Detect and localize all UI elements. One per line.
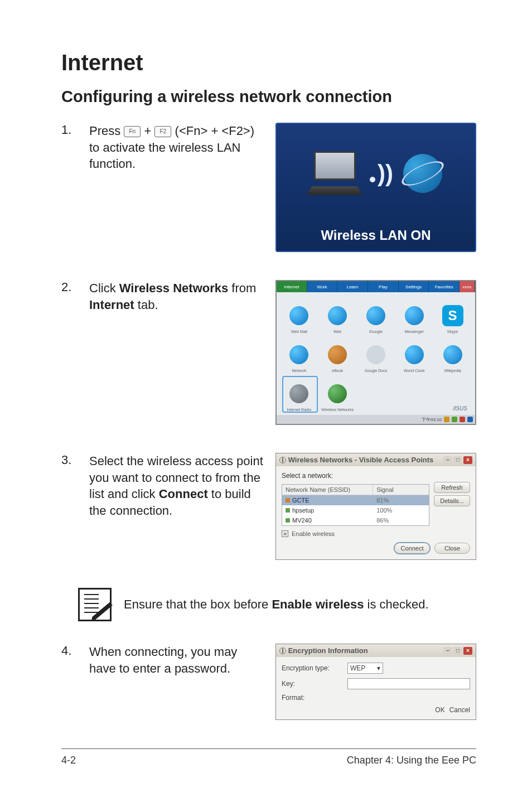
connect-button[interactable]: Connect xyxy=(394,543,430,554)
chevron-down-icon: ▾ xyxy=(377,664,380,672)
status-time: 下午03:10 xyxy=(422,417,442,423)
tab-bar: Internet Work Learn Play Settings Favori… xyxy=(277,281,475,292)
step-number: 2. xyxy=(61,280,77,294)
dialog-titlebar: i Encryption Information – □ × xyxy=(276,644,476,657)
tab-settings[interactable]: Settings xyxy=(399,281,429,292)
icon-web-mail[interactable]: Web Mail xyxy=(281,297,317,334)
page-number: 4-2 xyxy=(61,755,76,766)
text-bold: Connect xyxy=(159,487,208,501)
signal-waves-icon: )) xyxy=(370,160,393,187)
step-number: 1. xyxy=(61,123,77,137)
tab-close[interactable]: xxxx xyxy=(460,281,475,292)
network-list[interactable]: Network Name (ESSID) Signal GCTE 81% hps… xyxy=(282,484,429,526)
wireless-lan-on-label: Wireless LAN ON xyxy=(277,220,475,251)
laptop-icon xyxy=(309,151,360,196)
status-indicator xyxy=(467,417,473,422)
brand-label: /ISUS xyxy=(434,375,471,412)
signal-icon xyxy=(286,508,290,513)
step-number: 4. xyxy=(61,644,77,658)
tab-learn[interactable]: Learn xyxy=(337,281,368,292)
internet-tab-figure: Internet Work Learn Play Settings Favori… xyxy=(275,280,476,425)
select-network-label: Select a network: xyxy=(282,472,470,480)
cancel-button[interactable]: Cancel xyxy=(449,706,470,714)
selection-highlight xyxy=(282,376,318,413)
encryption-type-label: Encryption type: xyxy=(282,664,343,672)
status-indicator xyxy=(452,417,457,422)
wireless-networks-dialog: i Wireless Networks - Visible Access Poi… xyxy=(275,453,476,560)
key-label: Key: xyxy=(282,680,343,688)
maximize-icon[interactable]: □ xyxy=(453,647,462,655)
icon-messenger[interactable]: Messenger xyxy=(396,297,432,334)
step-text: Press Fn + F2 (<Fn> + <F2>) to activate … xyxy=(89,123,263,172)
icon-wikipedia[interactable]: Wikipedia xyxy=(434,336,471,373)
section-title: Configuring a wireless network connectio… xyxy=(61,88,476,106)
tab-work[interactable]: Work xyxy=(307,281,338,292)
close-icon[interactable]: × xyxy=(463,456,472,464)
close-icon[interactable]: × xyxy=(463,647,472,655)
format-label: Format: xyxy=(282,694,343,702)
status-indicator xyxy=(460,417,465,422)
step-number: 3. xyxy=(61,453,77,467)
signal-icon xyxy=(286,498,290,503)
text: from xyxy=(228,281,256,295)
list-item[interactable]: MV240 86% xyxy=(282,515,429,525)
text-bold: Internet xyxy=(89,298,134,312)
minimize-icon[interactable]: – xyxy=(443,456,452,464)
status-indicator xyxy=(444,417,449,422)
maximize-icon[interactable]: □ xyxy=(453,456,462,464)
col-network-name: Network Name (ESSID) xyxy=(282,485,373,495)
list-item[interactable]: GCTE 81% xyxy=(282,495,429,505)
chapter-label: Chapter 4: Using the Eee PC xyxy=(347,755,476,766)
signal-icon xyxy=(286,518,290,523)
text-bold: Wireless Networks xyxy=(119,281,228,295)
tab-favorites[interactable]: Favorites xyxy=(429,281,460,292)
note-text: Ensure that the box before Enable wirele… xyxy=(124,597,429,612)
text: + xyxy=(144,124,154,138)
key-input[interactable] xyxy=(347,678,470,689)
checkbox-icon[interactable]: ✕ xyxy=(282,530,288,537)
page-title: Internet xyxy=(61,50,476,75)
refresh-button[interactable]: Refresh xyxy=(434,482,470,493)
icon-web[interactable]: Web xyxy=(320,297,356,334)
enable-wireless-checkbox[interactable]: ✕ Enable wireless xyxy=(282,530,470,537)
globe-icon xyxy=(403,154,442,193)
step-2: 2. Click Wireless Networks from Internet… xyxy=(61,280,476,425)
icon-google-docs[interactable]: Google Docs xyxy=(358,336,394,373)
note-icon xyxy=(78,588,112,621)
icon-network[interactable]: Network xyxy=(281,336,317,373)
dialog-titlebar: i Wireless Networks - Visible Access Poi… xyxy=(276,453,476,466)
step-4: 4. When connecting, you may have to ente… xyxy=(61,644,476,720)
page-footer: 4-2 Chapter 4: Using the Eee PC xyxy=(61,748,476,766)
step-text: Select the wireless access point you wan… xyxy=(89,453,263,519)
close-button[interactable]: Close xyxy=(434,543,470,554)
note-callout: Ensure that the box before Enable wirele… xyxy=(78,588,476,621)
icon-wireless-networks[interactable]: Wireless Networks xyxy=(320,375,356,412)
step-3: 3. Select the wireless access point you … xyxy=(61,453,476,560)
ok-button[interactable]: OK xyxy=(435,706,444,714)
list-item[interactable]: hpsetup 100% xyxy=(282,505,429,515)
text: Press xyxy=(89,124,124,138)
minimize-icon[interactable]: – xyxy=(443,647,452,655)
wireless-lan-on-figure: )) Wireless LAN ON xyxy=(275,123,476,252)
details-button[interactable]: Details... xyxy=(434,495,470,506)
col-signal: Signal xyxy=(373,485,429,495)
text: Click xyxy=(89,281,119,295)
tab-internet[interactable]: Internet xyxy=(277,281,307,292)
encryption-type-select[interactable]: WEP▾ xyxy=(347,663,383,674)
encryption-dialog: i Encryption Information – □ × Encryptio… xyxy=(275,644,476,720)
icon-world-clock[interactable]: World Clock xyxy=(396,336,432,373)
info-icon: i xyxy=(279,457,286,463)
icon-igoogle[interactable]: iGoogle xyxy=(358,297,394,334)
step-text: Click Wireless Networks from Internet ta… xyxy=(89,280,263,313)
info-icon: i xyxy=(279,648,286,654)
icon-ebook[interactable]: eBook xyxy=(320,336,356,373)
step-text: When connecting, you may have to enter a… xyxy=(89,644,263,677)
list-header: Network Name (ESSID) Signal xyxy=(282,485,429,495)
tab-play[interactable]: Play xyxy=(368,281,399,292)
dialog-title-text: i Encryption Information xyxy=(279,646,368,655)
status-bar: 下午03:10 xyxy=(277,415,475,424)
icon-skype[interactable]: SSkype xyxy=(434,297,471,334)
text: tab. xyxy=(134,298,158,312)
step-1: 1. Press Fn + F2 (<Fn> + <F2>) to activa… xyxy=(61,123,476,252)
checkbox-label: Enable wireless xyxy=(292,530,335,537)
